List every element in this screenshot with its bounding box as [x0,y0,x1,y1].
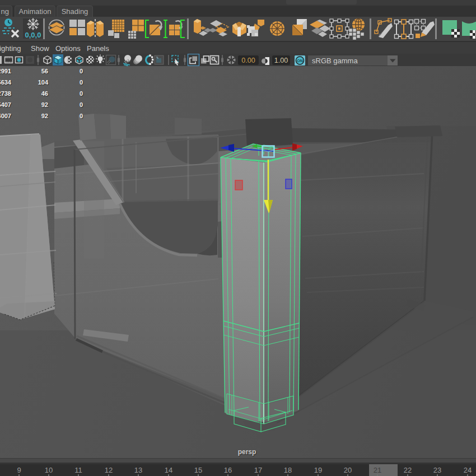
svg-text:0,0,0: 0,0,0 [25,31,41,39]
svg-text:1.00: 1.00 [274,57,288,64]
svg-text:0.00: 0.00 [241,57,255,64]
svg-text:ON: ON [297,59,303,63]
svg-text:sRGB gamma: sRGB gamma [312,57,358,65]
